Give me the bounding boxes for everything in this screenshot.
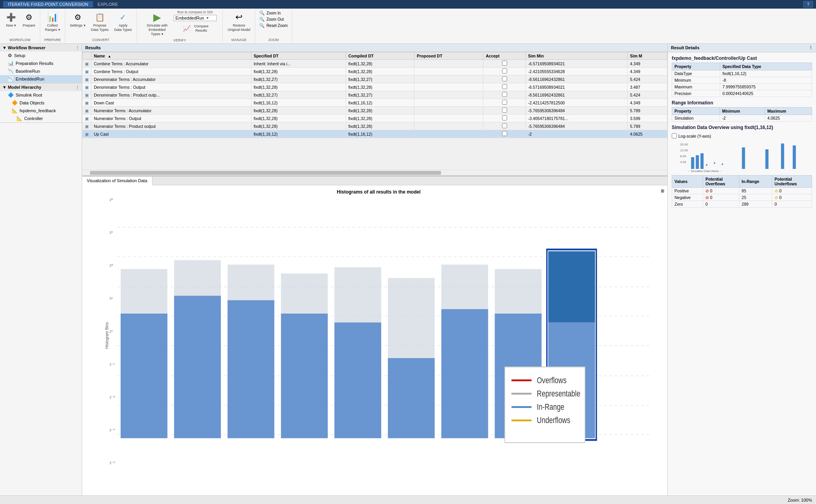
table-row[interactable]: ▣ Denominator Terms : Accumulator fixdt(…: [82, 75, 667, 83]
propose-data-types-button[interactable]: 📋 ProposeData Types: [89, 10, 111, 34]
sidebar-item-setup[interactable]: ⚙ Setup: [0, 52, 82, 59]
table-row[interactable]: ▣ Numerator Terms : Accumulator fixdt(1,…: [82, 107, 667, 115]
row-accept[interactable]: [483, 60, 525, 68]
row-accept[interactable]: [483, 68, 525, 75]
table-hscroll[interactable]: [82, 170, 667, 175]
col-specified-dt[interactable]: Specified DT: [251, 52, 346, 60]
row-sim-min: -2: [525, 130, 628, 138]
workflow-browser-header[interactable]: ▼ Workflow Browser ⋮: [0, 44, 82, 52]
title-bar: ITERATIVE FIXED-POINT CONVERSION EXPLORE…: [0, 0, 816, 9]
row-sim-max: 4.349: [628, 68, 667, 75]
run-dropdown[interactable]: EmbeddedRun ▼: [174, 15, 217, 21]
ribbon-group-convert: ⚙ Settings ▾ 📋 ProposeData Types ✓ Apply…: [65, 9, 137, 43]
row-icon: ▣: [82, 91, 91, 99]
data-objects-icon: 🔶: [12, 100, 18, 106]
sidebar-item-embedded-run[interactable]: 📉 EmbeddedRun: [0, 75, 82, 83]
row-accept[interactable]: [483, 99, 525, 107]
row-accept[interactable]: [483, 83, 525, 91]
sidebar-item-baseline-run[interactable]: 📉 BaselineRun: [0, 67, 82, 75]
log-scale-checkbox[interactable]: [672, 133, 677, 138]
col-proposed-dt[interactable]: Proposed DT: [414, 52, 483, 60]
property-row: Maximum 7.9999755859375: [672, 84, 812, 90]
viz-tab-simulation[interactable]: Visualization of Simulation Data: [82, 177, 152, 185]
sidebar-item-data-objects[interactable]: 🔶 Data Objects: [0, 99, 82, 107]
table-row[interactable]: ▣ Denominator Terms : Product outp... fi…: [82, 91, 667, 99]
col-compiled-dt[interactable]: Compiled DT: [346, 52, 414, 60]
settings-button[interactable]: ⚙ Settings ▾: [68, 10, 88, 29]
main-layout: ▼ Workflow Browser ⋮ ⚙ Setup 📊 Preparati…: [0, 44, 816, 495]
prop-value: 7.9999755859375: [720, 84, 812, 90]
col-sim-max[interactable]: Sim M: [628, 52, 667, 60]
row-icon: ▣: [82, 122, 91, 130]
reset-zoom-button[interactable]: 🔍 Reset Zoom: [258, 23, 289, 29]
sim-col-potential-overflow: PotentialOverflows: [703, 176, 739, 188]
compare-icon: 📈: [181, 23, 192, 34]
baseline-run-icon: 📉: [8, 68, 14, 74]
result-details-menu[interactable]: ⋮: [809, 45, 813, 50]
svg-rect-45: [766, 149, 769, 169]
col-accept[interactable]: Accept: [483, 52, 525, 60]
results-table-wrapper[interactable]: Name ▲ Specified DT Compiled DT Proposed…: [82, 52, 667, 170]
log-scale-row: Log-scale (Y-axis): [668, 132, 816, 140]
row-accept[interactable]: [483, 122, 525, 130]
row-accept[interactable]: [483, 130, 525, 138]
table-row[interactable]: ▣ Numerator Terms : Product output fixdt…: [82, 122, 667, 130]
range-maximum: 4.0625: [765, 115, 812, 122]
model-hierarchy-menu-icon[interactable]: ⋮: [75, 85, 79, 90]
table-row[interactable]: ▣ Numerator Terms : Output fixdt(1,32,28…: [82, 115, 667, 122]
row-accept[interactable]: [483, 75, 525, 83]
help-button[interactable]: ?: [803, 1, 813, 7]
histogram-expand-icon[interactable]: ⊞: [661, 188, 664, 194]
fxpdemo-feedback-label: fxpdemo_feedback: [20, 108, 56, 113]
row-compiled-dt: fixdt(1,16,12): [346, 130, 414, 138]
app-title-tab[interactable]: ITERATIVE FIXED-POINT CONVERSION: [3, 1, 93, 7]
sidebar-item-simulink-root[interactable]: 🔷 Simulink Root: [0, 91, 82, 99]
svg-rect-11: [174, 296, 221, 438]
apply-data-types-button[interactable]: ✓ ApplyData Types: [112, 10, 134, 34]
row-compiled-dt: fixdt(1,32,28): [346, 83, 414, 91]
row-specified-dt: Inherit: Inherit via i...: [251, 60, 346, 68]
sim-values: Positive: [672, 188, 703, 194]
sim-overview-title: Simulation Data Overview using fixdt(1,1…: [668, 122, 816, 132]
collect-ranges-button[interactable]: 📊 CollectRanges ▾: [43, 10, 63, 34]
prepare-button[interactable]: ⚙ Prepare: [20, 10, 38, 29]
svg-text:In-Range: In-Range: [537, 402, 564, 411]
zoom-out-button[interactable]: 🔍 Zoom Out: [258, 16, 285, 22]
table-row[interactable]: ▣ Combine Terms : Output fixdt(1,32,28) …: [82, 68, 667, 75]
range-minimum: -2: [719, 115, 765, 122]
col-sim-min[interactable]: Sim Min: [525, 52, 628, 60]
ribbon-group-prepare: 📊 CollectRanges ▾ PREPARE: [40, 9, 65, 43]
zoom-in-button[interactable]: 🔍 Zoom In: [258, 10, 282, 16]
prepare-icon: ⚙: [23, 12, 34, 23]
right-panel-header: Result Details ⋮: [668, 44, 816, 52]
compare-results-button[interactable]: 📈 CompareResults: [179, 22, 211, 34]
workflow-browser-menu-icon[interactable]: ⋮: [75, 46, 79, 50]
range-table: Property Minimum Maximum Simulation -2 4…: [672, 107, 812, 122]
row-accept[interactable]: [483, 107, 525, 115]
table-row[interactable]: ▣ Down Cast fixdt(1,16,12) fixdt(1,16,12…: [82, 99, 667, 107]
range-col-maximum: Maximum: [765, 108, 812, 115]
run-to-compare-label: Run to compare in SDI: [177, 10, 213, 14]
model-hierarchy-header[interactable]: ▼ Model Hierarchy ⋮: [0, 83, 82, 91]
simulink-root-label: Simulink Root: [16, 93, 42, 97]
hscroll-bar[interactable]: [90, 171, 441, 175]
sidebar-item-fxpdemo-feedback[interactable]: 📐 fxpdemo_feedback: [0, 107, 82, 115]
table-row[interactable]: ▣ Up Cast fixdt(1,16,12) fixdt(1,16,12) …: [82, 130, 667, 138]
table-row[interactable]: ▣ Combine Terms : Accumulator Inherit: I…: [82, 60, 667, 68]
row-accept[interactable]: [483, 115, 525, 122]
restore-model-button[interactable]: ↩ RestoreOriginal Model: [225, 10, 253, 34]
sidebar-item-preparation-results[interactable]: 📊 Preparation Results: [0, 59, 82, 67]
explore-tab[interactable]: EXPLORE: [93, 1, 123, 7]
manage-label: MANAGE: [231, 38, 247, 42]
simulate-embedded-button[interactable]: ▶ Simulate withEmbedded Types ▾: [143, 10, 171, 38]
range-property: Simulation: [672, 115, 720, 122]
table-row[interactable]: ▣ Denominator Terms : Output fixdt(1,32,…: [82, 83, 667, 91]
sidebar-item-controller[interactable]: 📐 Controller: [0, 115, 82, 122]
row-accept[interactable]: [483, 91, 525, 99]
ribbon-group-workflow: ➕ New ▾ ⚙ Prepare WORKFLOW: [0, 9, 40, 43]
new-button[interactable]: ➕ New ▾: [2, 10, 20, 29]
row-proposed-dt: [414, 115, 483, 122]
row-sim-min: -2.42114257812500: [525, 99, 628, 107]
col-name[interactable]: Name ▲: [91, 52, 251, 60]
apply-icon: ✓: [118, 12, 129, 23]
